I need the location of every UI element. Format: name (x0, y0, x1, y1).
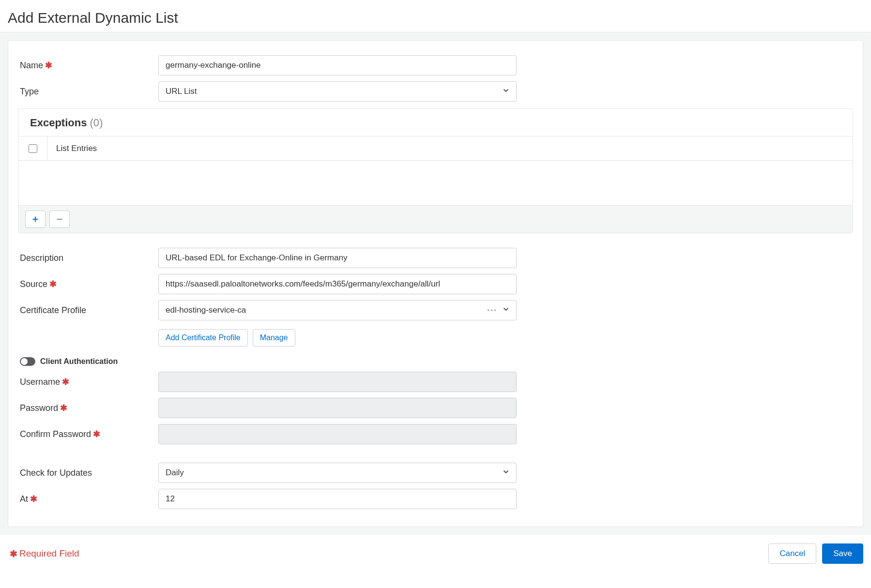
check-updates-select[interactable] (158, 463, 517, 483)
cert-profile-select[interactable] (158, 300, 517, 320)
required-asterisk: ✱ (93, 429, 100, 439)
at-input[interactable] (158, 489, 517, 509)
ellipsis-icon: ••• (487, 306, 497, 314)
exceptions-panel: Exceptions (0) List Entries (18, 108, 853, 233)
label-at: At✱ (13, 494, 158, 504)
required-field-note: Required Field (19, 548, 79, 559)
label-source: Source✱ (13, 279, 158, 289)
label-check-updates: Check for Updates (13, 468, 158, 478)
page-header: Add External Dynamic List (0, 0, 871, 32)
name-input[interactable] (158, 55, 517, 75)
required-asterisk: ✱ (45, 60, 52, 70)
required-asterisk: ✱ (60, 403, 67, 413)
required-asterisk: ✱ (10, 548, 17, 559)
label-client-auth: Client Authentication (40, 357, 118, 366)
required-asterisk: ✱ (62, 377, 69, 387)
username-input (158, 372, 517, 392)
label-description: Description (13, 253, 158, 263)
description-input[interactable] (158, 248, 517, 268)
cancel-button[interactable]: Cancel (768, 543, 816, 564)
add-cert-profile-button[interactable]: Add Certificate Profile (158, 329, 248, 347)
label-password: Password✱ (13, 403, 158, 413)
required-asterisk: ✱ (30, 494, 37, 504)
client-auth-toggle[interactable] (20, 357, 35, 366)
col-list-entries: List Entries (47, 144, 97, 153)
exceptions-header: Exceptions (0) (18, 109, 853, 136)
save-button[interactable]: Save (822, 543, 863, 564)
label-type: Type (13, 87, 158, 97)
label-name: Name✱ (13, 60, 158, 71)
label-username: Username✱ (13, 377, 158, 387)
label-cert-profile: Certificate Profile (13, 305, 158, 316)
confirm-password-input (158, 424, 517, 444)
exceptions-table-header: List Entries (18, 136, 853, 161)
exceptions-table-footer (18, 205, 853, 233)
source-input[interactable] (158, 274, 517, 294)
required-asterisk: ✱ (49, 279, 57, 289)
password-input (158, 398, 517, 418)
page-footer: ✱ Required Field Cancel Save (0, 535, 871, 564)
manage-cert-button[interactable]: Manage (253, 329, 295, 347)
exceptions-table-body (18, 161, 853, 205)
page-title: Add External Dynamic List (8, 10, 863, 26)
select-all-checkbox[interactable] (29, 144, 37, 153)
remove-entry-button[interactable] (49, 211, 70, 228)
form-panel: Name✱ Type Exceptions (8, 40, 863, 527)
type-select[interactable] (158, 81, 517, 102)
label-confirm-password: Confirm Password✱ (13, 429, 158, 439)
add-entry-button[interactable] (25, 211, 46, 228)
